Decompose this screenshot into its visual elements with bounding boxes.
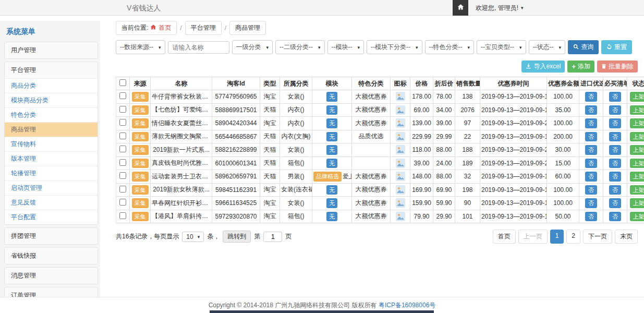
sidebar-item[interactable]: 商品管理 <box>5 122 98 137</box>
imported-toggle-badge[interactable]: 否 <box>585 105 597 115</box>
status-badge[interactable]: 上架 <box>630 92 644 102</box>
batch-delete-button[interactable]: 批量删除 <box>597 61 638 73</box>
sidebar-item[interactable]: 特色分类 <box>5 107 98 122</box>
status-badge[interactable]: 上架 <box>630 105 644 115</box>
imported-toggle-badge[interactable]: 否 <box>585 212 597 222</box>
status-badge[interactable]: 上架 <box>630 198 644 208</box>
row-checkbox[interactable] <box>119 119 126 126</box>
select-all-checkbox[interactable] <box>119 79 126 86</box>
row-checkbox[interactable] <box>119 199 126 206</box>
price: 139.00 <box>410 117 433 130</box>
bottom-bar <box>210 310 434 313</box>
sidebar-group[interactable]: 消息管理 <box>5 268 98 284</box>
row-checkbox[interactable] <box>119 172 126 179</box>
import-excel-label: 导入excel <box>533 62 561 71</box>
must-buy-toggle-badge[interactable]: 否 <box>609 132 621 142</box>
product-name: 真皮钱包时尚优雅女士... <box>151 156 212 170</box>
breadcrumb-home-link[interactable]: 首页 <box>159 23 171 32</box>
must-buy-toggle-badge[interactable]: 否 <box>609 118 621 128</box>
search-button[interactable]: 查询 <box>568 40 599 54</box>
filter-select[interactable]: --状态--▾ <box>529 40 566 54</box>
must-buy-toggle-badge[interactable]: 否 <box>609 105 621 115</box>
records-summary: 共16条记录，每页显示 <box>116 232 179 241</box>
page-button[interactable]: 1 <box>550 230 564 244</box>
sidebar-item[interactable]: 轮播管理 <box>5 166 98 180</box>
reset-button[interactable]: 重置 <box>601 40 632 54</box>
filter-select[interactable]: --模块下分类--▾ <box>367 40 422 54</box>
imported-toggle-badge[interactable]: 否 <box>585 198 597 208</box>
product-thumbnail <box>396 118 405 128</box>
sidebar-group[interactable]: 平台管理 <box>5 62 98 78</box>
sidebar-group[interactable]: 省钱快报 <box>5 248 98 264</box>
imported-toggle-badge[interactable]: 否 <box>585 172 597 182</box>
jump-button[interactable]: 跳转到 <box>223 231 251 243</box>
imported-toggle-badge[interactable]: 否 <box>585 118 597 128</box>
import-icon <box>526 63 531 70</box>
filter-select[interactable]: --特色分类--▾ <box>425 40 475 54</box>
filter-select[interactable]: 一级分类▾ <box>232 40 273 54</box>
breadcrumb-item-platform[interactable]: 平台管理 <box>185 21 222 35</box>
page-number-input[interactable] <box>263 232 282 242</box>
must-buy-toggle-badge[interactable]: 否 <box>609 212 621 222</box>
topbar-right: 欢迎您, 管理员! ▾ <box>453 0 524 16</box>
imported-toggle-badge[interactable]: 否 <box>585 145 597 155</box>
page-button[interactable]: 末页 <box>615 230 638 244</box>
status-badge[interactable]: 上架 <box>630 172 644 182</box>
sidebar-group[interactable]: 用户管理 <box>5 42 98 58</box>
must-buy-toggle-badge[interactable]: 否 <box>609 92 621 102</box>
status-badge[interactable]: 上架 <box>630 145 644 155</box>
must-buy-toggle-badge[interactable]: 否 <box>609 159 621 168</box>
status-badge[interactable]: 上架 <box>630 212 644 222</box>
user-menu[interactable]: 欢迎您, 管理员! ▾ <box>476 4 524 13</box>
imported-toggle-badge[interactable]: 否 <box>585 132 597 142</box>
product-type: 淘宝 <box>260 183 280 197</box>
per-page-select[interactable]: 10 ▾ <box>182 232 204 242</box>
breadcrumb-separator: / <box>180 25 181 32</box>
sidebar-group[interactable]: 拼团管理 <box>5 228 98 244</box>
row-checkbox[interactable] <box>119 146 126 152</box>
sidebar-item[interactable]: 启动页管理 <box>5 180 98 195</box>
page-button[interactable]: 下一页 <box>583 230 612 244</box>
filter-select[interactable]: --数据来源--▾ <box>116 40 165 54</box>
add-button[interactable]: + 添加 <box>567 61 594 73</box>
status-badge[interactable]: 上架 <box>630 132 644 142</box>
feature-category: 大额优惠券 <box>352 170 391 184</box>
price: 178.00 <box>410 90 433 104</box>
row-checkbox[interactable] <box>119 186 126 192</box>
imported-toggle-badge[interactable]: 否 <box>585 159 597 168</box>
row-checkbox[interactable] <box>119 133 126 139</box>
product-name-input[interactable] <box>168 41 229 54</box>
import-excel-button[interactable]: 导入excel <box>521 61 565 73</box>
breadcrumb-item-products[interactable]: 商品管理 <box>229 21 266 35</box>
sidebar-item[interactable]: 平台配置 <box>5 210 98 224</box>
sidebar-item[interactable]: 版本管理 <box>5 151 98 166</box>
row-checkbox[interactable] <box>119 106 126 113</box>
page-button[interactable]: 首页 <box>493 230 516 244</box>
page-button[interactable]: 上一页 <box>518 230 548 244</box>
icp-link[interactable]: 粤ICP备16098006号 <box>379 302 435 309</box>
must-buy-toggle-badge[interactable]: 否 <box>609 172 621 182</box>
row-checkbox[interactable] <box>119 159 126 166</box>
page-button[interactable]: 2 <box>566 230 580 244</box>
imported-toggle-badge[interactable]: 否 <box>585 92 597 102</box>
must-buy-toggle-badge[interactable]: 否 <box>609 145 621 155</box>
filter-select[interactable]: --宝贝类型--▾ <box>477 40 526 54</box>
sidebar-item[interactable]: 模块商品分类 <box>5 93 98 107</box>
row-checkbox[interactable] <box>119 92 126 99</box>
filter-select[interactable]: --模块--▾ <box>327 40 364 54</box>
home-button[interactable] <box>453 0 468 16</box>
status-badge[interactable]: 上架 <box>630 118 644 128</box>
sidebar-item[interactable]: 宣传物料 <box>5 137 98 151</box>
filter-select[interactable]: --二级分类--▾ <box>275 40 325 54</box>
price: 148.00 <box>410 170 433 184</box>
column-header: 销售数量 <box>455 77 480 90</box>
imported-toggle-badge[interactable]: 否 <box>585 185 597 195</box>
sidebar-item[interactable]: 意见反馈 <box>5 195 98 210</box>
status-badge[interactable]: 上架 <box>630 159 644 168</box>
status-badge[interactable]: 上架 <box>630 185 644 195</box>
sidebar-item[interactable]: 商品分类 <box>5 78 98 93</box>
must-buy-toggle-badge[interactable]: 否 <box>609 185 621 195</box>
must-buy-toggle-badge[interactable]: 否 <box>609 198 621 208</box>
discount-price: 34.00 <box>433 103 455 117</box>
row-checkbox[interactable] <box>119 212 126 219</box>
